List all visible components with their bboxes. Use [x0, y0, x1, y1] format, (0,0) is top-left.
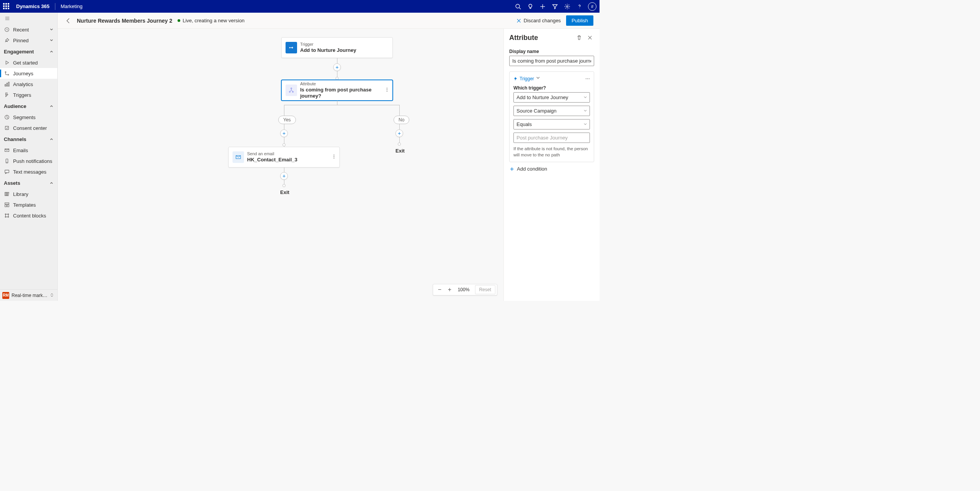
- sidebar-label: Segments: [13, 114, 36, 120]
- avatar[interactable]: #: [588, 2, 596, 11]
- sidebar-item-content-blocks[interactable]: Content blocks: [0, 210, 57, 221]
- svg-point-9: [5, 71, 6, 73]
- attribute-select[interactable]: Source Campaign: [513, 106, 590, 116]
- back-button[interactable]: [64, 16, 73, 25]
- value-input[interactable]: [513, 133, 590, 143]
- node-more-icon[interactable]: [332, 154, 336, 160]
- svg-rect-12: [7, 83, 8, 86]
- consent-icon: [4, 125, 10, 131]
- sidebar-item-templates[interactable]: Templates: [0, 199, 57, 210]
- close-panel-button[interactable]: [586, 33, 594, 42]
- sidebar-area-switcher[interactable]: RM Real-time marketi...: [0, 289, 57, 301]
- connector-dot: [398, 143, 401, 146]
- sidebar-item-push[interactable]: Push notifications: [0, 156, 57, 166]
- exit-label: Exit: [395, 148, 405, 154]
- add-step-button[interactable]: +: [280, 129, 288, 137]
- svg-point-10: [8, 74, 9, 75]
- svg-rect-19: [5, 170, 9, 173]
- settings-icon[interactable]: [561, 0, 573, 13]
- trigger-icon: [4, 92, 10, 98]
- left-sidebar: Recent Pinned Engagement Get started Jou…: [0, 13, 58, 301]
- publish-button[interactable]: Publish: [566, 15, 593, 26]
- sidebar-item-consent[interactable]: Consent center: [0, 123, 57, 133]
- node-trigger[interactable]: Trigger Add to Nurture Journey: [281, 37, 393, 58]
- section-label: Channels: [4, 136, 27, 142]
- search-icon[interactable]: [512, 0, 524, 13]
- app-launcher-icon[interactable]: [3, 3, 10, 10]
- sidebar-section-audience[interactable]: Audience: [0, 100, 57, 112]
- delete-button[interactable]: [575, 33, 583, 42]
- sidebar-item-recent[interactable]: Recent: [0, 24, 57, 35]
- page-title: Nurture Rewards Members Journey 2: [77, 18, 172, 24]
- add-icon[interactable]: [537, 0, 549, 13]
- connector: [284, 105, 399, 105]
- sidebar-item-library[interactable]: Library: [0, 189, 57, 199]
- play-icon: [4, 60, 10, 66]
- node-attribute[interactable]: Attribute Is coming from post purchase j…: [281, 80, 393, 101]
- sidebar-label: Templates: [13, 202, 36, 208]
- lightbulb-icon[interactable]: [524, 0, 537, 13]
- zoom-reset-button[interactable]: Reset: [475, 285, 495, 294]
- sidebar-label: Journeys: [13, 71, 33, 76]
- sidebar-item-segments[interactable]: Segments: [0, 112, 57, 123]
- svg-point-36: [387, 88, 387, 89]
- sidebar-item-text[interactable]: Text messages: [0, 166, 57, 177]
- node-title: Is coming from post purchase journey?: [300, 87, 389, 100]
- sidebar-item-triggers[interactable]: Triggers: [0, 90, 57, 100]
- sidebar-item-journeys[interactable]: Journeys: [0, 68, 57, 79]
- pin-icon: [4, 37, 10, 43]
- add-step-button[interactable]: +: [280, 172, 288, 180]
- add-step-button[interactable]: +: [395, 129, 403, 137]
- sidebar-section-engagement[interactable]: Engagement: [0, 46, 57, 57]
- journey-icon: [4, 70, 10, 76]
- email-icon: [4, 147, 10, 153]
- discard-button[interactable]: Discard changes: [516, 18, 561, 23]
- sidebar-label: Get started: [13, 60, 38, 66]
- brand-label: Dynamics 365: [16, 3, 50, 9]
- chevron-down-icon: [536, 76, 542, 81]
- condition-more-icon[interactable]: ⋯: [585, 76, 590, 81]
- sidebar-collapse-button[interactable]: [0, 13, 57, 24]
- journey-canvas[interactable]: Trigger Add to Nurture Journey + Attribu…: [58, 29, 503, 301]
- zoom-in-button[interactable]: +: [445, 285, 455, 295]
- library-icon: [4, 191, 10, 197]
- sidebar-item-get-started[interactable]: Get started: [0, 57, 57, 68]
- branch-no-pill[interactable]: No: [394, 116, 409, 124]
- branch-yes-pill[interactable]: Yes: [278, 116, 296, 124]
- sidebar-label: Library: [13, 191, 28, 197]
- sidebar-section-assets[interactable]: Assets: [0, 177, 57, 189]
- condition-type-label[interactable]: Trigger: [520, 76, 534, 81]
- chevron-up-icon: [50, 180, 53, 186]
- connector-dot: [282, 143, 286, 146]
- connector-dot: [282, 184, 286, 187]
- svg-point-40: [334, 155, 334, 156]
- which-trigger-label: Which trigger?: [513, 85, 590, 91]
- filter-icon[interactable]: [549, 0, 561, 13]
- sidebar-item-analytics[interactable]: Analytics: [0, 79, 57, 90]
- node-title: HK_Contact_Email_3: [247, 157, 297, 163]
- add-step-button[interactable]: +: [333, 63, 341, 71]
- sidebar-label: Emails: [13, 148, 28, 153]
- section-label: Assets: [4, 180, 20, 186]
- help-icon[interactable]: [573, 0, 586, 13]
- zoom-out-button[interactable]: −: [435, 285, 445, 295]
- node-title: Add to Nurture Journey: [300, 47, 356, 53]
- display-name-input[interactable]: [509, 56, 594, 66]
- sidebar-label: Analytics: [13, 81, 33, 87]
- chevron-up-icon: [50, 49, 53, 55]
- svg-point-32: [289, 47, 291, 48]
- svg-point-33: [291, 88, 292, 89]
- sidebar-label: Consent center: [13, 125, 47, 131]
- sidebar-item-emails[interactable]: Emails: [0, 145, 57, 156]
- sidebar-section-channels[interactable]: Channels: [0, 133, 57, 145]
- add-condition-button[interactable]: Add condition: [509, 166, 594, 172]
- chevron-up-icon: [50, 103, 53, 109]
- operator-select[interactable]: Equals: [513, 119, 590, 129]
- trigger-select[interactable]: Add to Nurture Journey: [513, 92, 590, 103]
- sidebar-item-pinned[interactable]: Pinned: [0, 35, 57, 46]
- attribute-branch-icon: [286, 85, 297, 96]
- exit-label: Exit: [280, 189, 289, 195]
- connector: [284, 105, 284, 116]
- node-more-icon[interactable]: [385, 88, 389, 93]
- node-email[interactable]: Send an email HK_Contact_Email_3: [228, 147, 340, 168]
